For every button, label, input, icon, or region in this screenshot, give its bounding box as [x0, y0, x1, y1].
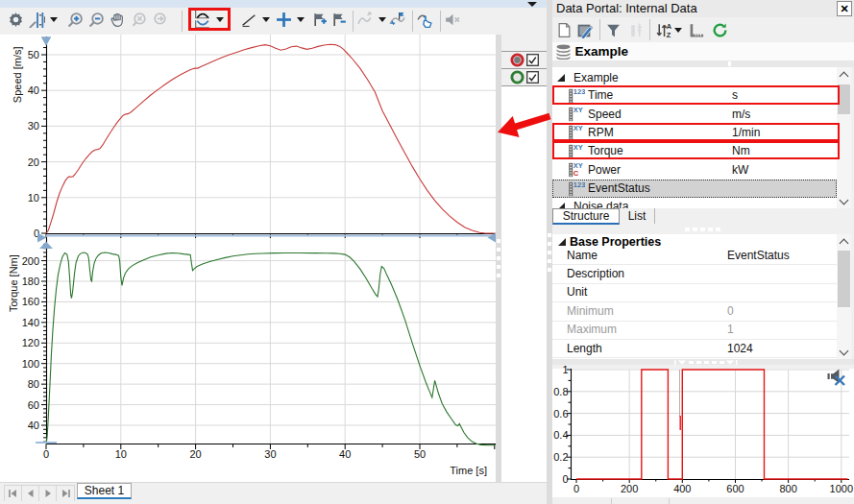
zoom-in-button[interactable]	[67, 8, 84, 31]
svg-text:123: 123	[573, 180, 585, 189]
database-icon	[555, 44, 572, 60]
sheet-nav-first-button[interactable]	[4, 485, 23, 502]
toolbar-separator	[440, 11, 441, 32]
channel-highlight-box	[552, 123, 840, 141]
crosshair-add-button[interactable]	[276, 8, 305, 31]
tick-label: 160	[22, 296, 39, 307]
dropdown-arrow-icon[interactable]	[297, 17, 305, 22]
pan-hand-button[interactable]	[110, 8, 126, 31]
tick-label: 60	[28, 399, 39, 411]
collapse-triangle-icon	[558, 238, 566, 246]
sort-button[interactable]: AZ	[655, 17, 682, 42]
axes-ruler-button[interactable]	[689, 17, 705, 42]
property-row-maximum[interactable]: Maximum 1	[552, 321, 837, 340]
filter-button[interactable]	[605, 17, 622, 42]
property-row-minimum[interactable]: Minimum 0	[552, 301, 837, 321]
scroll-up-button[interactable]	[837, 234, 851, 249]
splitter-dot	[548, 233, 551, 237]
tick-label: 0.2	[553, 451, 568, 463]
channel-pin-button[interactable]	[628, 17, 645, 42]
scroll-down-button[interactable]	[837, 345, 851, 359]
property-row-description[interactable]: Description	[552, 264, 837, 283]
refresh-button[interactable]	[712, 17, 728, 42]
curve-flag-button[interactable]	[389, 8, 405, 31]
property-value: EventStatus	[727, 249, 790, 262]
sheet-nav-last-button[interactable]	[56, 485, 75, 502]
root-node-row[interactable]: Example	[552, 42, 854, 60]
group-label: Noise data	[573, 200, 628, 208]
property-row-name[interactable]: Name EventStatus	[552, 246, 837, 265]
zoom-cancel-button[interactable]	[132, 8, 148, 31]
scrollbar-thumb[interactable]	[838, 84, 850, 114]
tab-list-label: List	[628, 209, 647, 223]
band-cursor-up-triangle[interactable]	[39, 242, 53, 250]
property-row-length[interactable]: Length 1024	[552, 339, 837, 358]
flag-add-button[interactable]	[312, 8, 329, 31]
curve-transform-button[interactable]	[357, 8, 386, 31]
tab-list[interactable]: List	[620, 208, 655, 224]
tick-label: 1000	[830, 483, 853, 494]
tick-label: 20	[189, 448, 201, 460]
group-label: Example	[573, 71, 619, 84]
new-document-icon	[556, 22, 573, 38]
menu-caret-icon[interactable]	[527, 2, 537, 7]
eventstatus-curve-line	[576, 370, 847, 479]
toolbar-separator	[353, 11, 354, 32]
tree-item-speed[interactable]: XY Speed m/s	[552, 105, 837, 123]
tree-item-noise-data[interactable]: Noise data	[552, 198, 837, 208]
data-portal-toolbar: AZ	[552, 17, 854, 42]
tab-structure-label: Structure	[563, 209, 610, 223]
bottom-strip-tick	[611, 498, 612, 504]
properties-scrollbar[interactable]	[837, 234, 851, 359]
toolbar-separator	[412, 11, 413, 32]
scrollbar-thumb[interactable]	[838, 251, 850, 307]
property-row-unit[interactable]: Unit	[552, 283, 837, 302]
curve-flag-icon	[389, 12, 405, 28]
channel-highlight-box	[552, 85, 840, 106]
dropdown-arrow-icon[interactable]	[674, 28, 682, 33]
zoom-out-button[interactable]	[88, 8, 105, 31]
channel-label: Power	[588, 163, 621, 177]
toolbar-separator	[182, 11, 183, 32]
band-cursor-button[interactable]	[29, 8, 58, 31]
band-cursor-left-triangle[interactable]	[37, 233, 47, 243]
sheet-tab[interactable]: Sheet 1	[77, 483, 132, 499]
dropdown-arrow-icon[interactable]	[262, 17, 270, 22]
expanded-triangle-icon[interactable]	[557, 74, 565, 82]
slope-button[interactable]	[241, 8, 270, 31]
sheet-nav-previous-button[interactable]	[21, 485, 40, 502]
channel-label: EventStatus	[588, 181, 650, 195]
divider-handle[interactable]	[552, 359, 854, 365]
band-cursor-top-triangle[interactable]	[41, 37, 51, 46]
dropdown-arrow-icon[interactable]	[50, 17, 58, 22]
tick-label: 0.4	[553, 429, 568, 441]
preview-speaker-muted-icon[interactable]	[828, 370, 845, 386]
edit-document-button[interactable]	[576, 17, 593, 42]
band-cursor-icon	[29, 12, 45, 28]
zoom-previous-button[interactable]	[152, 8, 168, 31]
hand-point-curve-button[interactable]	[417, 8, 433, 31]
flag-remove-button[interactable]	[331, 8, 348, 31]
sheet-nav-next-button[interactable]	[38, 485, 58, 502]
divider-handle[interactable]	[552, 60, 854, 67]
divider-dash	[708, 228, 713, 231]
tree-item-eventstatus[interactable]: 123 EventStatus	[552, 180, 837, 198]
axes-ruler-icon	[689, 22, 705, 38]
property-value: 1	[727, 323, 734, 336]
close-icon[interactable]: ✕	[837, 1, 852, 16]
scroll-up-button[interactable]	[837, 67, 851, 82]
tree-item-power[interactable]: XY C Power kW	[552, 160, 837, 179]
tick-label: Torque [Nm]	[8, 254, 19, 312]
tree-item-example[interactable]: Example	[552, 69, 837, 86]
settings-gear-button[interactable]	[8, 8, 24, 31]
scroll-down-button[interactable]	[837, 194, 851, 208]
speaker-muted-button[interactable]	[444, 8, 460, 31]
tab-structure[interactable]: Structure	[552, 208, 620, 225]
tick-label: 0.8	[553, 386, 568, 397]
divider-handle[interactable]	[552, 225, 854, 234]
tick-label: 40	[339, 448, 351, 460]
splitter-dot	[548, 259, 551, 263]
data-portal-panel: Data Portal: Internal Data ✕ AZ Example …	[552, 0, 854, 504]
dropdown-arrow-icon[interactable]	[378, 17, 386, 22]
new-document-button[interactable]	[556, 17, 573, 42]
